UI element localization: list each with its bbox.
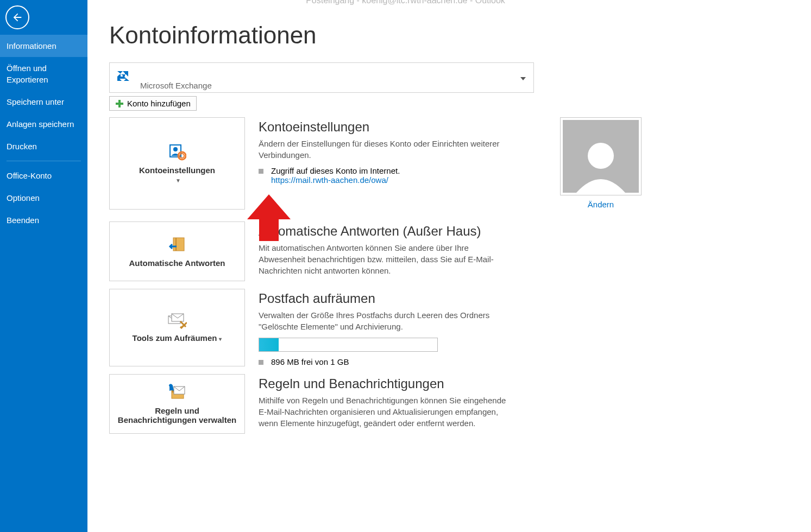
nav-label: Anlagen speichern — [7, 119, 74, 129]
button-label: Tools zum Aufräumen — [133, 333, 217, 343]
section-account-settings: Kontoeinstellungen▼ Kontoeinstellungen Ä… — [109, 117, 642, 210]
section-desc: Ändern der Einstellungen für dieses Kont… — [259, 138, 508, 161]
nav-item-save-attachments[interactable]: Anlagen speichern — [0, 113, 87, 135]
section-rules: Regeln und Benachrichtigungen verwalten … — [109, 374, 642, 434]
storage-text: 896 MB frei von 1 GB — [271, 357, 349, 366]
section-auto-reply: Automatische Antworten Automatische Antw… — [109, 221, 642, 281]
main-content: Kontoinformationen Microsoft Exchange Ko… — [87, 0, 811, 532]
nav-label: Optionen — [7, 193, 40, 202]
bullet-icon — [259, 169, 263, 174]
section-heading: Automatische Antworten (Außer Haus) — [259, 224, 642, 239]
change-avatar-link[interactable]: Ändern — [588, 200, 614, 209]
account-settings-icon — [168, 143, 186, 161]
nav-label: Speichern unter — [7, 97, 64, 106]
account-type-label: Microsoft Exchange — [140, 81, 212, 90]
chevron-down-icon: ▾ — [219, 336, 222, 342]
account-settings-button[interactable]: Kontoeinstellungen▼ — [109, 117, 245, 210]
nav-item-print[interactable]: Drucken — [0, 135, 87, 157]
account-dropdown[interactable]: Microsoft Exchange — [109, 62, 534, 93]
add-account-button[interactable]: Konto hinzufügen — [109, 96, 197, 111]
button-label: Regeln und Benachrichtigungen verwalten — [115, 406, 239, 425]
section-heading: Postfach aufräumen — [259, 291, 642, 306]
section-text: Kontoeinstellungen Ändern der Einstellun… — [259, 117, 546, 210]
nav-item-options[interactable]: Optionen — [0, 187, 87, 209]
svg-rect-6 — [173, 238, 184, 251]
back-arrow-icon — [11, 11, 23, 23]
section-text: Automatische Antworten (Außer Haus) Mit … — [259, 221, 642, 281]
nav-label: Öffnen und Exportieren — [7, 64, 48, 84]
nav-item-open-export[interactable]: Öffnen und Exportieren — [0, 57, 87, 91]
nav-item-informationen[interactable]: Informationen — [0, 35, 87, 57]
exchange-icon — [114, 68, 134, 87]
rules-button[interactable]: Regeln und Benachrichtigungen verwalten — [109, 374, 245, 434]
button-label: Automatische Antworten — [129, 258, 225, 268]
section-text: Regeln und Benachrichtigungen Mithilfe v… — [259, 374, 642, 434]
add-account-label: Konto hinzufügen — [127, 99, 191, 108]
svg-rect-7 — [175, 238, 177, 251]
nav-label: Beenden — [7, 216, 39, 225]
nav-label: Informationen — [7, 41, 56, 50]
bullet-icon — [259, 360, 263, 365]
svg-point-5 — [588, 143, 614, 169]
bullet-text: Zugriff auf dieses Konto im Internet. — [271, 166, 400, 175]
section-desc: Verwalten der Größe Ihres Postfachs durc… — [259, 309, 508, 332]
nav-item-save-as[interactable]: Speichern unter — [0, 91, 87, 113]
page-title: Kontoinformationen — [109, 22, 811, 49]
section-desc: Mit automatischen Antworten können Sie a… — [259, 242, 508, 276]
storage-bar — [259, 338, 438, 352]
sidebar: Informationen Öffnen und Exportieren Spe… — [0, 0, 87, 532]
nav-label: Office-Konto — [7, 171, 52, 180]
section-desc: Mithilfe von Regeln und Benachrichtigung… — [259, 395, 508, 429]
section-text: Postfach aufräumen Verwalten der Größe I… — [259, 289, 642, 366]
owa-link[interactable]: https://mail.rwth-aachen.de/owa/ — [271, 175, 388, 185]
chevron-down-icon: ▼ — [175, 178, 181, 183]
nav-item-exit[interactable]: Beenden — [0, 209, 87, 231]
auto-reply-icon — [168, 236, 186, 254]
avatar-box: Ändern — [560, 117, 642, 210]
bullet-row: Zugriff auf dieses Konto im Internet. ht… — [259, 166, 546, 185]
button-label: Kontoeinstellungen — [139, 166, 215, 175]
nav-divider — [7, 161, 81, 161]
bullet-row: 896 MB frei von 1 GB — [259, 357, 642, 366]
avatar — [560, 117, 642, 195]
cleanup-tools-button[interactable]: Tools zum Aufräumen ▾ — [109, 289, 245, 366]
cleanup-icon — [167, 313, 187, 329]
section-heading: Regeln und Benachrichtigungen — [259, 376, 642, 391]
rules-icon — [166, 383, 188, 402]
plus-icon — [115, 99, 124, 108]
storage-fill — [259, 338, 279, 351]
person-icon — [571, 133, 631, 193]
nav-item-office-account[interactable]: Office-Konto — [0, 164, 87, 187]
back-button[interactable] — [5, 5, 29, 29]
section-cleanup: Tools zum Aufräumen ▾ Postfach aufräumen… — [109, 289, 642, 366]
chevron-down-icon — [520, 73, 526, 83]
nav-label: Drucken — [7, 142, 37, 151]
section-heading: Kontoeinstellungen — [259, 119, 546, 135]
svg-rect-1 — [116, 103, 123, 105]
svg-point-3 — [173, 147, 178, 151]
auto-replies-button[interactable]: Automatische Antworten — [109, 221, 245, 281]
